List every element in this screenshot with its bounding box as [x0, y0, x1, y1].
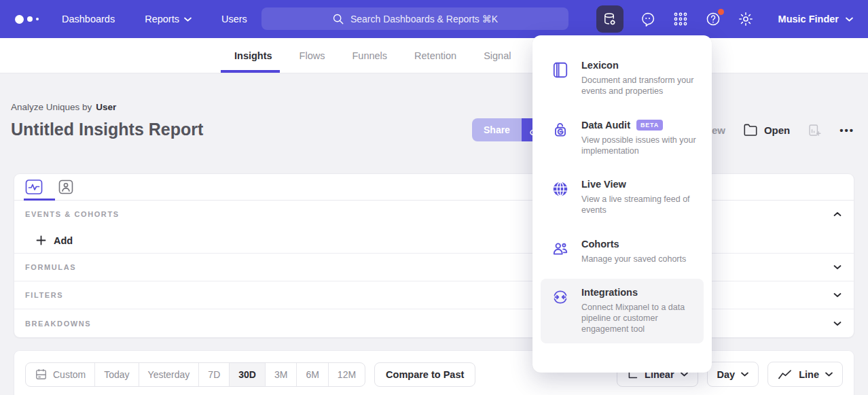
menu-item-lexicon[interactable]: Lexicon Document and transform your even… [541, 52, 704, 105]
formulas-section-header[interactable]: FORMULAS [14, 254, 854, 281]
range-yesterday[interactable]: Yesterday [139, 363, 199, 386]
menu-item-live-view[interactable]: Live View View a live streaming feed of … [541, 171, 704, 224]
filters-section-header[interactable]: FILTERS [14, 281, 854, 309]
menu-item-title: Lexicon [581, 60, 619, 71]
chevron-down-icon[interactable] [833, 292, 842, 298]
menu-item-desc: Connect Mixpanel to a data pipeline or c… [581, 302, 697, 335]
report-tabs-bar: Insights Flows Funnels Retention Signal … [0, 38, 868, 73]
nav-right-cluster: Music Finder [596, 0, 853, 38]
nav-item-label: Reports [145, 14, 179, 24]
nav-item-label: Users [221, 14, 247, 24]
more-options-button[interactable]: ••• [839, 124, 854, 136]
folder-icon [743, 122, 758, 137]
menu-item-cohorts[interactable]: Cohorts Manage your saved cohorts [541, 230, 704, 273]
cohorts-people-icon [551, 239, 570, 264]
menu-item-desc: Manage your saved cohorts [581, 254, 686, 264]
profile-icon [58, 179, 74, 195]
range-today[interactable]: Today [94, 363, 138, 386]
plus-icon [36, 235, 46, 245]
active-tab-underline [221, 70, 280, 73]
events-add-row: Add [14, 228, 854, 254]
range-3m[interactable]: 3M [265, 363, 296, 386]
menu-item-desc: View a live streaming feed of events [581, 194, 697, 216]
interval-label: Day [717, 369, 736, 380]
feedback-icon[interactable] [640, 11, 656, 27]
nav-item-dashboards[interactable]: Dashboards [62, 14, 115, 24]
section-label: FORMULAS [25, 263, 76, 271]
active-view-underline [24, 199, 55, 201]
menu-item-title: Data Audit [581, 120, 630, 131]
line-chart-icon [778, 368, 793, 381]
date-controls-card: Custom Today Yesterday 7D 30D 3M 6M 12M … [14, 350, 854, 395]
project-selector[interactable]: Music Finder [778, 14, 853, 24]
section-label: FILTERS [25, 291, 63, 299]
menu-item-desc: Document and transform your events and p… [581, 75, 697, 97]
tab-retention[interactable]: Retention [414, 50, 456, 61]
chart-type-label: Line [799, 369, 819, 380]
top-nav: Dashboards Reports Users Search Dashboar… [0, 0, 868, 38]
range-12m[interactable]: 12M [328, 363, 365, 386]
chevron-down-icon[interactable] [833, 321, 842, 326]
nav-item-label: Dashboards [62, 14, 115, 24]
insights-builder-card: EVENTS & COHORTS Add FORMULAS FILTERS BR… [14, 173, 854, 338]
tab-insights[interactable]: Insights [234, 50, 272, 61]
nav-item-users[interactable]: Users [221, 14, 247, 24]
builder-view-tabs [14, 174, 854, 201]
add-to-dashboard-icon[interactable] [808, 123, 822, 137]
chart-type-dropdown[interactable]: Line [767, 362, 843, 387]
data-audit-lock-icon [551, 120, 570, 157]
settings-gear-icon[interactable] [738, 11, 754, 27]
search-placeholder: Search Dashboards & Reports ⌘K [350, 14, 498, 24]
menu-item-body: Integrations Connect Mixpanel to a data … [581, 287, 697, 335]
apps-grid-icon[interactable] [672, 11, 689, 27]
chevron-down-icon [846, 17, 853, 22]
analysis-entity[interactable]: User [96, 102, 116, 112]
profiles-view-tab[interactable] [58, 179, 74, 195]
analysis-summary: Analyze Uniques byUser [11, 102, 116, 112]
chevron-down-icon[interactable] [833, 264, 842, 270]
add-event-button[interactable]: Add [36, 235, 73, 246]
help-icon[interactable] [705, 11, 721, 27]
menu-item-data-audit[interactable]: Data Audit BETA View possible issues wit… [541, 111, 704, 165]
range-7d[interactable]: 7D [198, 363, 229, 386]
compare-to-past-button[interactable]: Compare to Past [374, 362, 475, 387]
events-cohorts-section-header[interactable]: EVENTS & COHORTS [14, 201, 854, 228]
menu-item-integrations[interactable]: Integrations Connect Mixpanel to a data … [541, 279, 704, 343]
open-report-button[interactable]: Open [743, 122, 790, 137]
page-title[interactable]: Untitled Insights Report [11, 120, 203, 139]
nav-item-reports[interactable]: Reports [145, 14, 192, 24]
search-input[interactable]: Search Dashboards & Reports ⌘K [261, 7, 568, 30]
chevron-down-icon [825, 372, 833, 377]
interval-dropdown[interactable]: Day [707, 362, 759, 387]
range-30d[interactable]: 30D [229, 363, 265, 386]
section-label: EVENTS & COHORTS [25, 210, 120, 218]
pulse-chart-icon [25, 179, 43, 195]
section-label: BREAKDOWNS [25, 320, 91, 328]
tab-funnels[interactable]: Funnels [352, 50, 387, 61]
tab-flows[interactable]: Flows [300, 50, 325, 61]
integrations-sync-icon [551, 287, 570, 335]
metrics-view-tab[interactable] [25, 179, 43, 195]
data-management-icon[interactable] [596, 5, 623, 33]
menu-item-body: Data Audit BETA View possible issues wit… [581, 120, 697, 157]
chevron-up-icon[interactable] [833, 211, 842, 217]
range-custom[interactable]: Custom [26, 363, 94, 386]
calendar-icon [35, 368, 48, 381]
menu-item-desc: View possible issues with your implement… [581, 135, 697, 157]
add-label: Add [54, 235, 73, 246]
tab-signal[interactable]: Signal [484, 50, 511, 61]
live-view-globe-icon [551, 179, 570, 216]
chevron-down-icon [681, 372, 688, 377]
open-label: Open [764, 124, 790, 136]
notification-dot [718, 9, 724, 15]
range-label: Custom [53, 369, 86, 380]
breakdowns-section-header[interactable]: BREAKDOWNS [14, 309, 854, 338]
share-button[interactable]: Share [472, 118, 522, 141]
chevron-down-icon [741, 372, 748, 377]
header-actions: New Open ••• [704, 118, 854, 141]
range-6m[interactable]: 6M [296, 363, 327, 386]
menu-item-body: Lexicon Document and transform your even… [581, 60, 697, 97]
date-range-control: Custom Today Yesterday 7D 30D 3M 6M 12M [25, 362, 365, 387]
mixpanel-logo-icon[interactable] [15, 15, 39, 24]
project-name: Music Finder [778, 14, 839, 24]
